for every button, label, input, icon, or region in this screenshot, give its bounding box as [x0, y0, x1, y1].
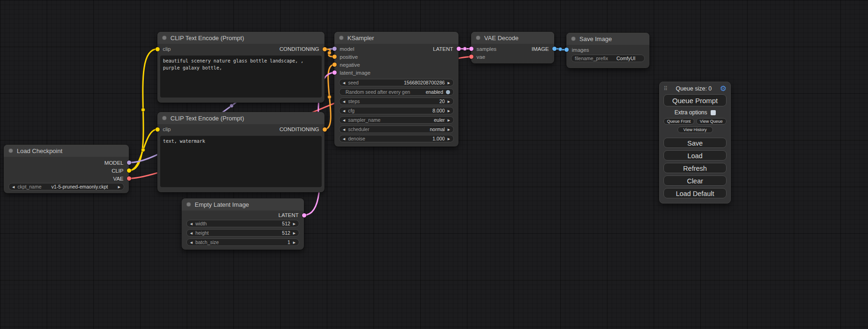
load-button[interactable]: Load [663, 150, 727, 161]
refresh-button[interactable]: Refresh [663, 163, 727, 173]
input-port-clip[interactable] [155, 47, 160, 51]
next-value-arrow-icon[interactable]: ▶ [448, 109, 450, 112]
widget-sampler-name[interactable]: ◀ sampler_name euler ▶ [339, 116, 454, 124]
node-title-bar[interactable]: Empty Latent Image [182, 198, 304, 210]
widget-seed[interactable]: ◀ seed 156680208700286 ▶ [339, 79, 454, 86]
collapse-dot-icon[interactable] [339, 35, 344, 40]
negative-prompt-textarea[interactable]: text, watermark [160, 136, 322, 187]
extra-options-checkbox[interactable] [711, 110, 716, 115]
output-port-conditioning[interactable] [323, 47, 327, 51]
widget-cfg[interactable]: ◀ cfg 8.000 ▶ [339, 107, 454, 114]
prev-value-arrow-icon[interactable]: ◀ [343, 81, 345, 84]
collapse-dot-icon[interactable] [162, 116, 167, 120]
node-title-bar[interactable]: CLIP Text Encode (Prompt) [157, 112, 325, 124]
prev-value-arrow-icon[interactable]: ◀ [190, 241, 192, 244]
output-port-image[interactable] [552, 47, 557, 51]
node-title-bar[interactable]: Load Checkpoint [4, 145, 129, 157]
widget-label: cfg [348, 108, 354, 113]
node-title-bar[interactable]: CLIP Text Encode (Prompt) [157, 32, 325, 44]
input-label-clip: clip [163, 126, 171, 132]
link-midpoint-dot[interactable] [328, 51, 332, 55]
node-title-bar[interactable]: Save Image [566, 33, 649, 45]
link-midpoint-dot[interactable] [230, 104, 233, 108]
node-clip-text-encode-positive[interactable]: CLIP Text Encode (Prompt) clip CONDITION… [157, 32, 325, 103]
input-port-model[interactable] [332, 47, 337, 51]
collapse-dot-icon[interactable] [476, 35, 480, 40]
output-port-latent[interactable] [457, 47, 461, 51]
node-vae-decode[interactable]: VAE Decode samples IMAGE vae [471, 32, 554, 63]
prev-value-arrow-icon[interactable]: ◀ [343, 137, 345, 140]
widget-steps[interactable]: ◀ steps 20 ▶ [339, 98, 454, 105]
input-port-vae[interactable] [469, 55, 473, 59]
next-value-arrow-icon[interactable]: ▶ [293, 241, 296, 244]
node-title-bar[interactable]: KSampler [334, 32, 459, 44]
view-history-button[interactable]: View History [677, 126, 713, 133]
input-label-negative: negative [340, 62, 360, 68]
output-port-vae[interactable] [127, 176, 131, 181]
save-button[interactable]: Save [663, 138, 727, 148]
next-value-arrow-icon[interactable]: ▶ [448, 137, 450, 140]
node-title: Load Checkpoint [17, 147, 63, 154]
next-value-arrow-icon[interactable]: ▶ [448, 128, 450, 131]
collapse-dot-icon[interactable] [186, 202, 191, 207]
widget-random-seed-toggle[interactable]: Random seed after every gen enabled [339, 88, 454, 96]
toggle-indicator-icon[interactable] [446, 90, 450, 94]
link-midpoint-dot[interactable] [141, 108, 145, 112]
collapse-dot-icon[interactable] [162, 35, 167, 40]
node-load-checkpoint[interactable]: Load Checkpoint MODEL CLIP VAE ◀ ckpt_na… [4, 145, 129, 193]
prev-value-arrow-icon[interactable]: ◀ [190, 222, 192, 225]
next-value-arrow-icon[interactable]: ▶ [448, 81, 450, 84]
node-empty-latent-image[interactable]: Empty Latent Image LATENT ◀ width 512 ▶ … [182, 198, 304, 250]
node-clip-text-encode-negative[interactable]: CLIP Text Encode (Prompt) clip CONDITION… [157, 112, 325, 192]
next-value-arrow-icon[interactable]: ▶ [118, 185, 120, 189]
collapse-dot-icon[interactable] [571, 36, 576, 41]
widget-batch-size[interactable]: ◀ batch_size 1 ▶ [186, 238, 299, 246]
clear-button[interactable]: Clear [663, 175, 727, 186]
prev-value-arrow-icon[interactable]: ◀ [343, 100, 345, 103]
widget-denoise[interactable]: ◀ denoise 1.000 ▶ [339, 135, 454, 142]
input-port-samples[interactable] [469, 47, 473, 51]
drag-handle-icon[interactable]: ⠿ [663, 86, 668, 91]
queue-prompt-button[interactable]: Queue Prompt [663, 94, 727, 106]
prev-value-arrow-icon[interactable]: ◀ [343, 119, 345, 122]
input-port-negative[interactable] [332, 63, 337, 67]
widget-value: 1 [288, 239, 290, 245]
node-title: VAE Decode [484, 35, 518, 42]
view-queue-button[interactable]: View Queue [696, 118, 727, 125]
output-port-model[interactable] [127, 161, 131, 165]
prev-value-arrow-icon[interactable]: ◀ [190, 231, 192, 235]
prev-value-arrow-icon[interactable]: ◀ [343, 109, 345, 112]
collapse-dot-icon[interactable] [8, 148, 13, 153]
output-port-latent[interactable] [302, 213, 306, 217]
input-port-clip[interactable] [155, 127, 160, 132]
link-midpoint-dot[interactable] [328, 95, 332, 99]
node-ksampler[interactable]: KSampler model LATENT positive negative … [334, 32, 459, 147]
output-port-conditioning[interactable] [323, 127, 327, 132]
widget-ckpt-name[interactable]: ◀ ckpt_name v1-5-pruned-emaonly.ckpt ▶ [8, 183, 124, 190]
queue-front-button[interactable]: Queue Front [663, 118, 694, 125]
next-value-arrow-icon[interactable]: ▶ [448, 119, 450, 122]
widget-label: seed [348, 80, 359, 85]
next-value-arrow-icon[interactable]: ▶ [293, 222, 296, 225]
node-title-bar[interactable]: VAE Decode [471, 32, 554, 44]
link-midpoint-dot[interactable] [463, 47, 467, 51]
widget-height[interactable]: ◀ height 512 ▶ [186, 229, 299, 237]
input-port-images[interactable] [565, 48, 569, 52]
widget-value: 156680208700286 [404, 80, 445, 85]
link-midpoint-dot[interactable] [141, 148, 145, 152]
settings-gear-icon[interactable]: ⚙ [720, 85, 727, 92]
prev-value-arrow-icon[interactable]: ◀ [343, 128, 345, 131]
input-port-positive[interactable] [332, 55, 337, 59]
widget-filename-prefix[interactable]: filename_prefix ComfyUI [571, 55, 645, 62]
widget-width[interactable]: ◀ width 512 ▶ [186, 220, 299, 227]
widget-scheduler[interactable]: ◀ scheduler normal ▶ [339, 126, 454, 133]
input-port-latent-image[interactable] [332, 70, 337, 75]
next-value-arrow-icon[interactable]: ▶ [448, 100, 450, 103]
next-value-arrow-icon[interactable]: ▶ [293, 231, 296, 235]
load-default-button[interactable]: Load Default [663, 188, 727, 198]
positive-prompt-textarea[interactable]: beautiful scenery nature glass bottle la… [160, 56, 322, 98]
node-save-image[interactable]: Save Image images filename_prefix ComfyU… [566, 33, 649, 68]
link-midpoint-dot[interactable] [558, 48, 562, 51]
output-port-clip[interactable] [127, 168, 131, 173]
prev-value-arrow-icon[interactable]: ◀ [12, 185, 14, 189]
